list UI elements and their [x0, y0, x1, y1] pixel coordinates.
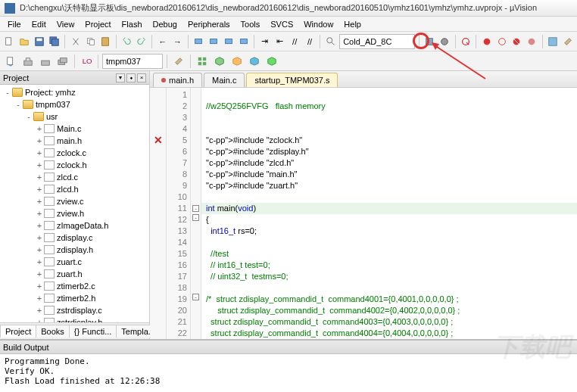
- paste-icon[interactable]: [99, 34, 112, 49]
- tree-file[interactable]: +zuart.c: [0, 256, 149, 268]
- svg-rect-13: [426, 38, 433, 45]
- target-options-icon[interactable]: [171, 54, 186, 69]
- app-icon: [5, 3, 15, 14]
- batch-build-icon[interactable]: [55, 54, 70, 69]
- code-text[interactable]: //w25Q256FVFG flash memory"c-pp">#includ…: [201, 88, 577, 339]
- tree-file[interactable]: +zImageData.h: [0, 219, 149, 232]
- bookmark-clear-icon[interactable]: [237, 34, 250, 49]
- manage-components-icon[interactable]: [212, 54, 227, 69]
- tab-books[interactable]: Books: [36, 325, 70, 338]
- tree-root[interactable]: -Project: ymhz: [0, 86, 149, 98]
- download-icon[interactable]: LOAD: [79, 54, 94, 69]
- outdent-icon[interactable]: ⇤: [273, 34, 286, 49]
- debug-start-icon[interactable]: [460, 34, 473, 49]
- svg-point-12: [326, 37, 332, 42]
- rebuild-icon[interactable]: [38, 54, 53, 69]
- bookmark-icon[interactable]: [192, 34, 205, 49]
- menu-view[interactable]: View: [52, 18, 80, 30]
- tree-target[interactable]: -tmpm037: [0, 98, 149, 110]
- editor-tab[interactable]: main.h: [153, 73, 202, 87]
- menu-tools[interactable]: Tools: [236, 18, 265, 30]
- tree-file[interactable]: +zuart.h: [0, 268, 149, 280]
- tree-file[interactable]: +ztimerb2.h: [0, 292, 149, 304]
- pack-icon[interactable]: [264, 54, 279, 69]
- tree-file[interactable]: +zview.h: [0, 207, 149, 219]
- editor-tab[interactable]: Main.c: [204, 73, 245, 87]
- menu-peripherals[interactable]: Peripherals: [183, 18, 235, 30]
- tree-file[interactable]: +zlcd.c: [0, 171, 149, 183]
- menu-edit[interactable]: Edit: [27, 18, 51, 30]
- build-icon[interactable]: [20, 54, 36, 69]
- editor-tabs: main.hMain.cstartup_TMPM037.s: [150, 71, 577, 88]
- svg-rect-28: [203, 57, 206, 60]
- menubar: File Edit View Project Flash Debug Perip…: [0, 17, 577, 32]
- panel-pin-icon[interactable]: ⬥: [126, 73, 136, 82]
- menu-project[interactable]: Project: [80, 18, 115, 30]
- menu-debug[interactable]: Debug: [148, 18, 182, 30]
- breakpoint-insert-icon[interactable]: [480, 34, 493, 49]
- nav-fwd-icon[interactable]: →: [171, 34, 184, 49]
- tree-file[interactable]: +zdisplay.h: [0, 244, 149, 256]
- open-file-icon[interactable]: [18, 34, 31, 49]
- line-number-gutter: 1234567891011121314151617181920212223242…: [167, 88, 191, 339]
- tab-functions[interactable]: {}Functi...: [69, 325, 117, 338]
- redo-icon[interactable]: [136, 34, 148, 49]
- menu-svcs[interactable]: SVCS: [266, 18, 298, 30]
- tree-file[interactable]: +zdisplay.c: [0, 232, 149, 244]
- svg-rect-25: [61, 58, 67, 62]
- menu-help[interactable]: Help: [339, 18, 366, 30]
- project-tree[interactable]: -Project: ymhz-tmpm037-usr+Main.c+main.h…: [0, 85, 149, 322]
- indent-icon[interactable]: ⇥: [258, 34, 271, 49]
- tree-file[interactable]: +zclock.h: [0, 159, 149, 171]
- manage-rte-icon[interactable]: [229, 54, 245, 69]
- save-icon[interactable]: [33, 34, 46, 49]
- bookmark-prev-icon[interactable]: [207, 34, 220, 49]
- fold-margin[interactable]: ---: [191, 88, 201, 339]
- panel-close-icon[interactable]: ×: [137, 73, 146, 82]
- code-area[interactable]: ✕ 12345678910111213141516171819202122232…: [150, 88, 577, 339]
- tree-file[interactable]: +zstrdisplay.h: [0, 316, 149, 322]
- debug-settings-icon[interactable]: [438, 34, 451, 49]
- svg-rect-9: [211, 39, 217, 43]
- tree-group[interactable]: -usr: [0, 110, 149, 123]
- uncomment-icon[interactable]: //: [304, 34, 317, 49]
- build-output-text[interactable]: Programming Done. Verify OK. Flash Load …: [0, 354, 577, 392]
- tree-file[interactable]: +zclock.c: [0, 147, 149, 159]
- tree-file[interactable]: +zstrdisplay.c: [0, 304, 149, 316]
- svg-rect-23: [42, 61, 50, 65]
- tree-file[interactable]: +zview.c: [0, 195, 149, 207]
- tab-project[interactable]: Project: [0, 325, 36, 338]
- breakpoint-disable-icon[interactable]: [495, 34, 508, 49]
- nav-back-icon[interactable]: ←: [156, 34, 169, 49]
- tree-file[interactable]: +main.h: [0, 135, 149, 147]
- target-combo[interactable]: tmpm037: [102, 54, 163, 69]
- translate-icon[interactable]: [3, 54, 18, 69]
- menu-window[interactable]: Window: [299, 18, 338, 30]
- find-icon[interactable]: [324, 34, 337, 49]
- configure-icon[interactable]: [561, 34, 574, 49]
- debug-config-icon[interactable]: [423, 34, 436, 49]
- svg-rect-21: [8, 57, 13, 64]
- breakpoint-toggle-icon[interactable]: [526, 34, 538, 49]
- window-layout-icon[interactable]: [546, 34, 559, 49]
- menu-file[interactable]: File: [3, 18, 26, 30]
- find-combo[interactable]: Cold_AD_8C: [339, 34, 415, 49]
- manage-icon[interactable]: [195, 54, 210, 69]
- new-file-icon[interactable]: [3, 34, 16, 49]
- bookmark-next-icon[interactable]: [222, 34, 235, 49]
- save-all-icon[interactable]: [48, 34, 61, 49]
- undo-icon[interactable]: [120, 34, 133, 49]
- breakpoint-killall-icon[interactable]: [510, 34, 523, 49]
- svg-rect-30: [203, 61, 206, 64]
- svg-rect-0: [6, 37, 11, 45]
- tree-file[interactable]: +zlcd.h: [0, 183, 149, 195]
- pack-installer-icon[interactable]: [247, 54, 262, 69]
- cut-icon[interactable]: [69, 34, 82, 49]
- editor-tab[interactable]: startup_TMPM037.s: [246, 73, 338, 87]
- panel-dropdown-icon[interactable]: ▾: [116, 73, 125, 82]
- tree-file[interactable]: +Main.c: [0, 123, 149, 135]
- menu-flash[interactable]: Flash: [117, 18, 147, 30]
- copy-icon[interactable]: [84, 34, 97, 49]
- tree-file[interactable]: +ztimerb2.c: [0, 280, 149, 292]
- comment-icon[interactable]: //: [288, 34, 301, 49]
